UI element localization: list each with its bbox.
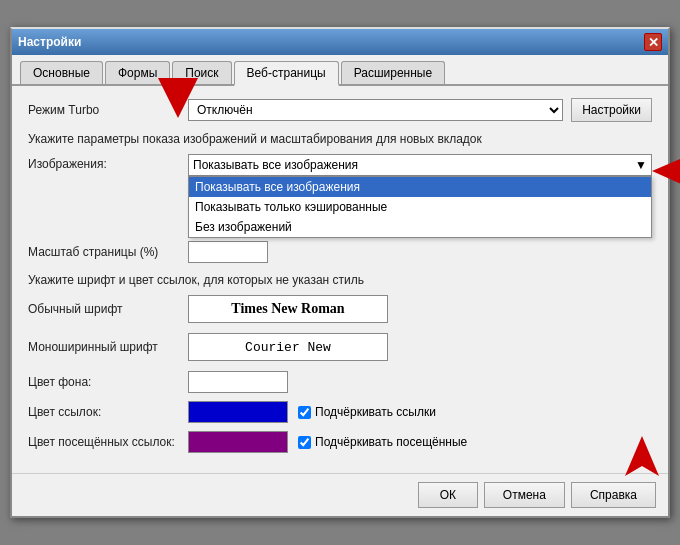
normal-font-row: Обычный шрифт Times New Roman bbox=[28, 295, 652, 323]
cancel-button[interactable]: Отмена bbox=[484, 482, 565, 508]
tab-search[interactable]: Поиск bbox=[172, 61, 231, 84]
bg-color-row: Цвет фона: bbox=[28, 371, 652, 393]
images-select-display[interactable]: Показывать все изображения ▼ bbox=[188, 154, 652, 176]
link-color-picker[interactable] bbox=[188, 401, 288, 423]
tab-web[interactable]: Веб-страницы bbox=[234, 61, 339, 86]
underline-checkbox[interactable] bbox=[298, 406, 311, 419]
tab-bar: Основные Формы Поиск Веб-страницы Расшир… bbox=[12, 55, 668, 86]
svg-marker-2 bbox=[625, 436, 659, 476]
turbo-select[interactable]: Отключён Включён Автоматически bbox=[188, 99, 563, 121]
visited-underline-checkbox-label: Подчёркивать посещённые bbox=[298, 435, 467, 449]
help-button[interactable]: Справка bbox=[571, 482, 656, 508]
tab-advanced[interactable]: Расширенные bbox=[341, 61, 446, 84]
images-option-2[interactable]: Показывать только кэшированные bbox=[189, 197, 651, 217]
images-row: Изображения: Показывать все изображения … bbox=[28, 154, 652, 176]
images-section-desc: Укажите параметры показа изображений и м… bbox=[28, 132, 652, 146]
window-title: Настройки bbox=[18, 35, 81, 49]
turbo-label: Режим Turbo bbox=[28, 103, 188, 117]
scale-input[interactable] bbox=[188, 241, 268, 263]
bottom-bar: ОК Отмена Справка bbox=[12, 473, 668, 516]
scale-label: Масштаб страницы (%) bbox=[28, 245, 188, 259]
visited-color-row: Цвет посещённых ссылок: Подчёркивать пос… bbox=[28, 431, 652, 453]
mono-font-row: Моноширинный шрифт Courier New bbox=[28, 333, 652, 361]
bg-color-label: Цвет фона: bbox=[28, 375, 188, 389]
link-color-row: Цвет ссылок: Подчёркивать ссылки bbox=[28, 401, 652, 423]
visited-underline-label-text: Подчёркивать посещённые bbox=[315, 435, 467, 449]
normal-font-button[interactable]: Times New Roman bbox=[188, 295, 388, 323]
images-dropdown-arrow: ▼ bbox=[635, 158, 647, 172]
underline-checkbox-label: Подчёркивать ссылки bbox=[298, 405, 436, 419]
turbo-row: Режим Turbo Отключён Включён Автоматичес… bbox=[28, 98, 652, 122]
images-selected-value: Показывать все изображения bbox=[193, 158, 358, 172]
font-section-desc: Укажите шрифт и цвет ссылок, для которых… bbox=[28, 273, 652, 287]
mono-font-label: Моноширинный шрифт bbox=[28, 340, 188, 354]
images-label: Изображения: bbox=[28, 154, 188, 171]
close-button[interactable]: ✕ bbox=[644, 33, 662, 51]
link-color-label: Цвет ссылок: bbox=[28, 405, 188, 419]
settings-window: Настройки ✕ Основные Формы Поиск Веб-стр… bbox=[10, 27, 670, 518]
turbo-select-wrapper: Отключён Включён Автоматически bbox=[188, 99, 563, 121]
underline-label-text: Подчёркивать ссылки bbox=[315, 405, 436, 419]
svg-marker-1 bbox=[652, 154, 680, 189]
visited-color-label: Цвет посещённых ссылок: bbox=[28, 435, 188, 449]
images-option-1[interactable]: Показывать все изображения bbox=[189, 177, 651, 197]
tab-content: Режим Turbo Отключён Включён Автоматичес… bbox=[12, 86, 668, 473]
title-bar: Настройки ✕ bbox=[12, 29, 668, 55]
tab-basic[interactable]: Основные bbox=[20, 61, 103, 84]
turbo-settings-button[interactable]: Настройки bbox=[571, 98, 652, 122]
tab-forms[interactable]: Формы bbox=[105, 61, 170, 84]
images-dropdown-container: Показывать все изображения ▼ Показывать … bbox=[188, 154, 652, 176]
visited-underline-checkbox[interactable] bbox=[298, 436, 311, 449]
scale-row: Масштаб страницы (%) bbox=[28, 241, 652, 263]
images-dropdown-menu: Показывать все изображения Показывать то… bbox=[188, 176, 652, 238]
visited-color-picker[interactable] bbox=[188, 431, 288, 453]
images-option-3[interactable]: Без изображений bbox=[189, 217, 651, 237]
arrow-images bbox=[652, 154, 680, 192]
bg-color-picker[interactable] bbox=[188, 371, 288, 393]
ok-button[interactable]: ОК bbox=[418, 482, 478, 508]
normal-font-label: Обычный шрифт bbox=[28, 302, 188, 316]
mono-font-button[interactable]: Courier New bbox=[188, 333, 388, 361]
